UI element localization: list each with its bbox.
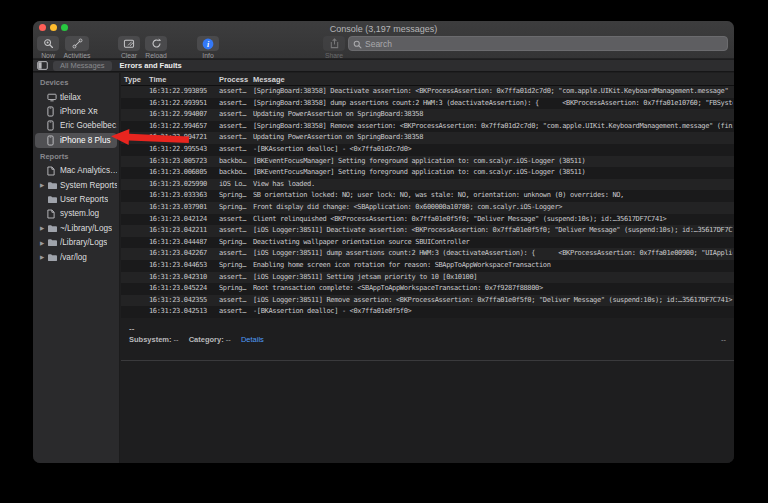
subsystem-label: Subsystem: xyxy=(129,335,172,344)
log-row[interactable]: 16:31:23.042513assert…-[BKAssertion deal… xyxy=(121,306,734,318)
log-time: 16:31:23.006805 xyxy=(149,167,207,179)
log-row[interactable]: 16:31:22.995543assert…-[BKAssertion deal… xyxy=(121,144,734,156)
log-row[interactable]: 16:31:23.025990iOS Lo…View has loaded. xyxy=(121,179,734,191)
log-row[interactable]: 16:31:23.033363Spring…SB orientation loc… xyxy=(121,190,734,202)
log-process: assert… xyxy=(219,121,251,133)
reload-button-label: Reload xyxy=(145,52,167,59)
column-header-type[interactable]: Type xyxy=(124,75,141,84)
log-row[interactable]: 16:31:23.006805backbo…[BKEventFocusManag… xyxy=(121,167,734,179)
activities-icon xyxy=(72,38,83,49)
log-time: 16:31:23.037901 xyxy=(149,202,207,214)
log-row[interactable]: 16:31:23.005723backbo…[BKEventFocusManag… xyxy=(121,156,734,168)
log-time: 16:31:23.042310 xyxy=(149,272,207,284)
sidebar-item-iphone-8-plus[interactable]: iPhone 8 Plus xyxy=(35,133,117,147)
log-row[interactable]: 16:31:23.042310assert…[iOS Logger:38511]… xyxy=(121,272,734,284)
reload-button[interactable] xyxy=(145,36,167,51)
category-value: -- xyxy=(226,335,231,344)
column-header-time[interactable]: Time xyxy=(149,75,166,84)
disclosure-triangle-icon[interactable]: ▶ xyxy=(40,254,47,260)
log-row[interactable]: 16:31:23.037901Spring…Front display did … xyxy=(121,202,734,214)
now-button[interactable] xyxy=(37,36,59,51)
sidebar-item-mac-analytics[interactable]: Mac Analytics… xyxy=(35,164,117,178)
detail-divider xyxy=(121,360,734,361)
share-button[interactable] xyxy=(323,36,345,51)
log-message: -[BKAssertion dealloc] - <0x7ffa01d2c7d0… xyxy=(253,144,733,156)
screen: Console (3,197 messages) NowActivitiesCl… xyxy=(0,0,768,503)
log-time: 16:31:23.044653 xyxy=(149,260,207,272)
detail-meta-line: Subsystem: -- Category: -- Details xyxy=(129,335,264,344)
log-process: assert… xyxy=(219,98,251,110)
log-process: assert… xyxy=(219,214,251,226)
log-message: Updating PowerAssertion on SpringBoard:3… xyxy=(253,109,733,121)
log-row[interactable]: 16:31:22.994007assert…Updating PowerAsse… xyxy=(121,109,734,121)
sidebar-item-label: iPhone 8 Plus xyxy=(60,136,111,145)
table-header: Type Time Process Message xyxy=(121,73,734,86)
log-process: assert… xyxy=(219,248,251,260)
log-message: [SpringBoard:38358] Deactivate assertion… xyxy=(253,86,733,98)
detail-right-value: -- xyxy=(721,335,726,344)
log-row[interactable]: 16:31:23.042211assert…[iOS Logger:38511]… xyxy=(121,225,734,237)
search-input[interactable] xyxy=(365,39,723,49)
log-process: backbo… xyxy=(219,156,251,168)
log-message: [iOS Logger:38511] Setting jetsam priori… xyxy=(253,272,733,284)
log-row[interactable]: 16:31:23.044487Spring…Deactivating wallp… xyxy=(121,237,734,249)
log-row[interactable]: 16:31:23.042355assert…[iOS Logger:38511]… xyxy=(121,295,734,307)
tab-errors-and-faults[interactable]: Errors and Faults xyxy=(120,61,182,70)
log-row[interactable]: 16:31:23.042124assert…Client relinquishe… xyxy=(121,214,734,226)
folder-icon xyxy=(47,181,58,190)
sidebar-item-tleilax[interactable]: tleilax xyxy=(35,90,117,104)
disclosure-triangle-icon[interactable]: ▶ xyxy=(40,225,47,231)
sidebar-item-label: User Reports xyxy=(60,195,108,204)
document-icon xyxy=(47,166,58,176)
log-time: 16:31:23.025990 xyxy=(149,179,207,191)
column-header-process[interactable]: Process xyxy=(219,75,248,84)
activities-button[interactable] xyxy=(65,36,89,51)
disclosure-triangle-icon[interactable]: ▶ xyxy=(40,182,47,188)
sidebar-item-user-reports[interactable]: User Reports xyxy=(35,192,117,206)
clear-button[interactable] xyxy=(118,36,140,51)
info-button[interactable]: i xyxy=(197,36,219,51)
log-row[interactable]: 16:31:22.994657assert…[SpringBoard:38358… xyxy=(121,121,734,133)
log-process: Spring… xyxy=(219,190,251,202)
sidebar-item-library-logs[interactable]: ▶/Library/Logs xyxy=(35,236,117,250)
iphone-icon xyxy=(47,120,58,131)
log-time: 16:31:22.994007 xyxy=(149,109,207,121)
details-link[interactable]: Details xyxy=(241,335,264,344)
log-row[interactable]: 16:31:23.042267assert…[iOS Logger:38511]… xyxy=(121,248,734,260)
log-process: assert… xyxy=(219,109,251,121)
log-message: View has loaded. xyxy=(253,179,733,191)
column-header-message[interactable]: Message xyxy=(253,75,285,84)
sidebar-item-iphone-x[interactable]: iPhone Xʀ xyxy=(35,104,117,118)
sidebar-item-var-log[interactable]: ▶/var/log xyxy=(35,250,117,264)
log-row[interactable]: 16:31:23.045224Spring…Root transaction c… xyxy=(121,283,734,295)
info-icon: i xyxy=(202,38,214,50)
log-table: Type Time Process Message 16:31:22.99389… xyxy=(121,73,734,463)
sidebar-item-eric-goebelbec[interactable]: Eric Goebelbec… xyxy=(35,119,117,133)
sidebar-item-system-log[interactable]: system.log xyxy=(35,207,117,221)
log-process: Spring… xyxy=(219,260,251,272)
detail-summary: -- xyxy=(129,324,134,333)
log-row[interactable]: 16:31:22.993895assert…[SpringBoard:38358… xyxy=(121,86,734,98)
sidebar-item-label: Mac Analytics… xyxy=(60,166,117,175)
clear-icon xyxy=(123,38,135,49)
filter-bar: All Messages Errors and Faults xyxy=(33,60,734,72)
window-title: Console (3,197 messages) xyxy=(33,24,734,34)
sidebar-item-library-logs[interactable]: ▶~/Library/Logs xyxy=(35,221,117,235)
sidebar-item-system-reports[interactable]: ▶System Reports xyxy=(35,178,117,192)
share-button-label: Share xyxy=(325,52,343,59)
log-row[interactable]: 16:31:23.044653Spring…Enabling home scre… xyxy=(121,260,734,272)
log-row[interactable]: 16:31:22.993951assert…[SpringBoard:38358… xyxy=(121,98,734,110)
sidebar-toggle-icon[interactable] xyxy=(37,61,48,70)
log-message: [SpringBoard:38358] Remove assertion: <B… xyxy=(253,121,733,133)
log-time: 16:31:23.042513 xyxy=(149,306,207,318)
sidebar-item-label: ~/Library/Logs xyxy=(60,224,112,233)
search-field[interactable] xyxy=(348,36,728,51)
console-window: Console (3,197 messages) NowActivitiesCl… xyxy=(33,21,734,463)
display-icon xyxy=(47,93,58,102)
log-time: 16:31:22.993895 xyxy=(149,86,207,98)
disclosure-triangle-icon[interactable]: ▶ xyxy=(40,240,47,246)
log-time: 16:31:23.044487 xyxy=(149,237,207,249)
log-row[interactable]: 16:31:22.994721assert…Updating PowerAsse… xyxy=(121,132,734,144)
tab-all-messages[interactable]: All Messages xyxy=(53,61,112,71)
sidebar: DevicestleilaxiPhone XʀEric Goebelbec…iP… xyxy=(33,73,120,463)
